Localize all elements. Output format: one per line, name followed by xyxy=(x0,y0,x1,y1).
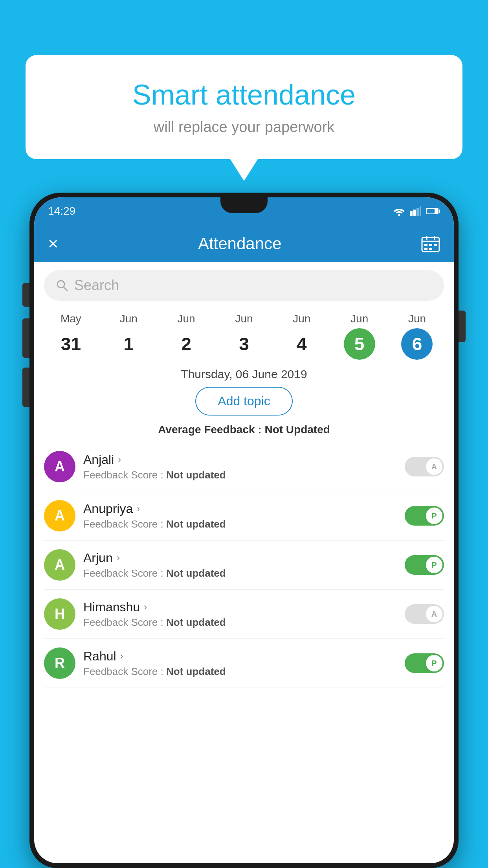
student-item[interactable]: HHimanshu ›Feedback Score : Not updated … xyxy=(44,590,444,639)
toggle-on[interactable]: P xyxy=(405,653,444,673)
student-name: Arjun › xyxy=(83,551,397,565)
phone-screen: 14:29 xyxy=(34,197,454,863)
search-input[interactable]: Search xyxy=(74,277,119,294)
cal-month: Jun xyxy=(235,313,253,325)
calendar-strip: May31Jun1Jun2Jun3Jun4Jun5Jun6 xyxy=(34,309,454,360)
student-name: Anupriya › xyxy=(83,502,397,516)
svg-rect-12 xyxy=(424,244,427,246)
student-item[interactable]: AArjun ›Feedback Score : Not updated P xyxy=(44,541,444,590)
cal-month: Jun xyxy=(408,313,426,325)
student-avatar: A xyxy=(44,451,75,482)
student-avatar: R xyxy=(44,647,75,679)
calendar-day[interactable]: Jun5 xyxy=(344,313,375,360)
cal-num: 4 xyxy=(286,328,317,360)
student-feedback: Feedback Score : Not updated xyxy=(83,469,397,481)
student-info: Himanshu ›Feedback Score : Not updated xyxy=(83,600,397,629)
calendar-day[interactable]: Jun3 xyxy=(228,313,260,360)
phone-side-button-left-2 xyxy=(22,318,29,358)
toggle-off[interactable]: A xyxy=(405,457,444,476)
speech-bubble-arrow xyxy=(230,159,258,181)
header-title: Attendance xyxy=(198,234,282,253)
attendance-toggle[interactable]: P xyxy=(405,653,444,673)
toggle-knob: P xyxy=(426,655,442,671)
toggle-on[interactable]: P xyxy=(405,506,444,526)
calendar-day[interactable]: Jun6 xyxy=(401,313,433,360)
student-avatar: A xyxy=(44,500,75,531)
chevron-icon: › xyxy=(144,601,147,612)
cal-num: 3 xyxy=(228,328,260,360)
student-feedback: Feedback Score : Not updated xyxy=(83,567,397,579)
calendar-day[interactable]: Jun2 xyxy=(171,313,202,360)
svg-rect-15 xyxy=(424,248,427,250)
search-icon xyxy=(56,279,68,292)
student-item[interactable]: AAnjali ›Feedback Score : Not updated A xyxy=(44,442,444,491)
status-icons xyxy=(393,206,440,216)
attendance-toggle[interactable]: A xyxy=(405,457,444,476)
student-feedback: Feedback Score : Not updated xyxy=(83,666,397,678)
phone-notch xyxy=(220,197,268,213)
chevron-icon: › xyxy=(137,503,140,514)
cal-num: 5 xyxy=(344,328,375,360)
student-feedback: Feedback Score : Not updated xyxy=(83,518,397,530)
signal-icon xyxy=(410,206,421,216)
attendance-toggle[interactable]: A xyxy=(405,604,444,624)
svg-rect-6 xyxy=(439,210,440,213)
calendar-day[interactable]: May31 xyxy=(55,313,86,360)
student-info: Anjali ›Feedback Score : Not updated xyxy=(83,452,397,481)
chevron-icon: › xyxy=(117,552,120,563)
toggle-knob: A xyxy=(426,458,442,475)
calendar-day[interactable]: Jun4 xyxy=(286,313,317,360)
add-topic-button[interactable]: Add topic xyxy=(195,387,292,416)
app-header: × Attendance xyxy=(34,225,454,262)
cal-month: Jun xyxy=(293,313,310,325)
toggle-on[interactable]: P xyxy=(405,555,444,575)
cal-num: 6 xyxy=(401,328,433,360)
battery-icon xyxy=(426,207,440,215)
attendance-toggle[interactable]: P xyxy=(405,506,444,526)
phone-side-button-left-1 xyxy=(22,283,29,307)
avg-feedback: Average Feedback : Not Updated xyxy=(34,423,454,436)
chevron-icon: › xyxy=(120,651,123,662)
svg-rect-14 xyxy=(434,244,437,246)
student-info: Anupriya ›Feedback Score : Not updated xyxy=(83,502,397,530)
student-name: Anjali › xyxy=(83,452,397,467)
speech-bubble-subtitle: will replace your paperwork xyxy=(45,119,443,136)
student-name: Himanshu › xyxy=(83,600,397,614)
student-feedback: Feedback Score : Not updated xyxy=(83,616,397,629)
speech-bubble: Smart attendance will replace your paper… xyxy=(26,55,462,159)
toggle-knob: P xyxy=(426,557,442,573)
toggle-off[interactable]: A xyxy=(405,604,444,624)
svg-point-0 xyxy=(398,214,400,216)
avg-feedback-value: Not Updated xyxy=(264,423,330,436)
cal-month: Jun xyxy=(178,313,195,325)
attendance-toggle[interactable]: P xyxy=(405,555,444,575)
phone-side-button-right xyxy=(459,311,466,342)
wifi-icon xyxy=(393,206,405,216)
student-avatar: H xyxy=(44,598,75,630)
calendar-day[interactable]: Jun1 xyxy=(113,313,144,360)
svg-rect-2 xyxy=(413,210,416,216)
speech-bubble-container: Smart attendance will replace your paper… xyxy=(26,55,462,181)
student-item[interactable]: AAnupriya ›Feedback Score : Not updated … xyxy=(44,491,444,541)
close-button[interactable]: × xyxy=(48,234,58,254)
status-time: 14:29 xyxy=(48,205,75,217)
avg-feedback-label: Average Feedback : xyxy=(158,423,262,436)
svg-rect-3 xyxy=(416,208,419,216)
student-list: AAnjali ›Feedback Score : Not updated A … xyxy=(34,442,454,688)
cal-num: 2 xyxy=(171,328,202,360)
student-info: Rahul ›Feedback Score : Not updated xyxy=(83,649,397,678)
toggle-knob: P xyxy=(426,508,442,524)
toggle-knob: A xyxy=(426,606,442,622)
phone-side-button-left-3 xyxy=(22,368,29,407)
student-item[interactable]: RRahul ›Feedback Score : Not updated P xyxy=(44,639,444,688)
search-bar[interactable]: Search xyxy=(44,270,444,301)
student-avatar: A xyxy=(44,549,75,581)
cal-num: 1 xyxy=(113,328,144,360)
cal-month: Jun xyxy=(350,313,368,325)
svg-line-18 xyxy=(64,287,67,291)
speech-bubble-title: Smart attendance xyxy=(45,79,443,111)
selected-date-label: Thursday, 06 June 2019 xyxy=(34,368,454,381)
calendar-icon[interactable] xyxy=(421,235,440,252)
svg-rect-1 xyxy=(410,211,413,216)
chevron-icon: › xyxy=(118,454,121,465)
